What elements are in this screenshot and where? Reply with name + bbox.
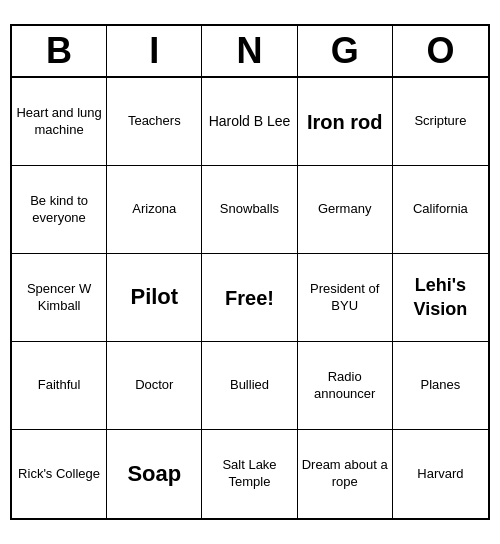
- bingo-cell: Snowballs: [202, 166, 297, 254]
- bingo-grid: Heart and lung machineTeachersHarold B L…: [12, 78, 488, 518]
- bingo-cell: Free!: [202, 254, 297, 342]
- bingo-cell: Pilot: [107, 254, 202, 342]
- bingo-cell: Iron rod: [298, 78, 393, 166]
- bingo-cell: Soap: [107, 430, 202, 518]
- bingo-cell: Radio announcer: [298, 342, 393, 430]
- bingo-cell: Lehi's Vision: [393, 254, 488, 342]
- header-letter: O: [393, 26, 488, 76]
- bingo-header: BINGO: [12, 26, 488, 78]
- bingo-card: BINGO Heart and lung machineTeachersHaro…: [10, 24, 490, 520]
- header-letter: I: [107, 26, 202, 76]
- bingo-cell: Rick's College: [12, 430, 107, 518]
- bingo-cell: Heart and lung machine: [12, 78, 107, 166]
- bingo-cell: President of BYU: [298, 254, 393, 342]
- header-letter: G: [298, 26, 393, 76]
- bingo-cell: Faithful: [12, 342, 107, 430]
- bingo-cell: Dream about a rope: [298, 430, 393, 518]
- bingo-cell: Bullied: [202, 342, 297, 430]
- bingo-cell: Germany: [298, 166, 393, 254]
- bingo-cell: Spencer W Kimball: [12, 254, 107, 342]
- bingo-cell: Doctor: [107, 342, 202, 430]
- bingo-cell: Planes: [393, 342, 488, 430]
- bingo-cell: Harvard: [393, 430, 488, 518]
- bingo-cell: Arizona: [107, 166, 202, 254]
- bingo-cell: Scripture: [393, 78, 488, 166]
- bingo-cell: Salt Lake Temple: [202, 430, 297, 518]
- bingo-cell: Harold B Lee: [202, 78, 297, 166]
- header-letter: B: [12, 26, 107, 76]
- bingo-cell: Be kind to everyone: [12, 166, 107, 254]
- bingo-cell: California: [393, 166, 488, 254]
- header-letter: N: [202, 26, 297, 76]
- bingo-cell: Teachers: [107, 78, 202, 166]
